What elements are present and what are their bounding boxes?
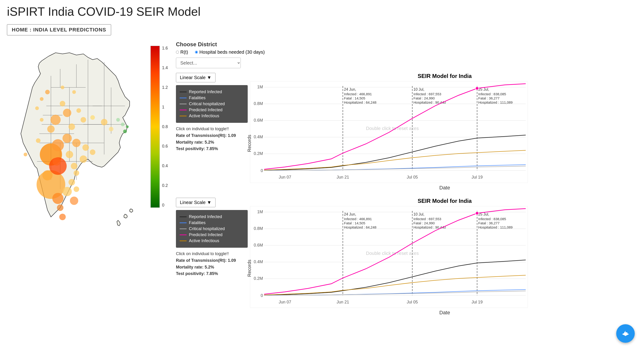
map-area	[5, 41, 148, 318]
legend-label-reported-2: Reported Infected	[189, 214, 222, 219]
map-bubble-24[interactable]	[123, 129, 127, 133]
radio-rt-text: R(t)	[180, 49, 188, 55]
map-bubble-40[interactable]	[72, 90, 76, 94]
map-bubble-14[interactable]	[63, 109, 71, 117]
svg-text:Hospitalized : 111,089: Hospitalized : 111,089	[478, 225, 512, 229]
svg-text:Hospitalized : 90,440: Hospitalized : 90,440	[414, 225, 446, 229]
map-bubble-19[interactable]	[90, 115, 95, 120]
legend-label-fatalities-1: Fatalities	[189, 95, 206, 100]
header: iSPIRT India COVID-19 SEIR Model	[0, 0, 644, 21]
radio-hospital-label[interactable]: Hospital beds needed (30 days)	[195, 49, 264, 55]
click-text-2: Click on individual to toggle!!	[176, 251, 248, 257]
svg-text:Infected : 697,553: Infected : 697,553	[414, 92, 441, 96]
scale-toggle-btn-2[interactable]: Linear Scale ▼	[176, 198, 216, 207]
legend-line-predicted-1	[180, 110, 186, 110]
map-bubble-31[interactable]	[70, 197, 78, 205]
legend-label-predicted-1: Predicted Infected	[189, 107, 222, 112]
legend-label-active-2: Active Infectious	[189, 238, 219, 243]
map-bubble-41[interactable]	[49, 157, 67, 175]
breadcrumb-button[interactable]: HOME : INDIA LEVEL PREDICTIONS	[7, 24, 111, 35]
legend-item-reported-2: Reported Infected	[180, 214, 244, 219]
chart-1-controls: Linear Scale ▼ Reported Infected Fatalit…	[176, 73, 248, 191]
radio-rt[interactable]	[176, 51, 179, 54]
map-bubble-9[interactable]	[72, 139, 80, 147]
map-bubble-32[interactable]	[57, 204, 64, 211]
rt-info-2: Rate of Transmission(Rt): 1.09	[176, 257, 248, 264]
color-scale-bar: 1.6 1.4 1.2 1 0.8 0.6 0.4 0.2 0	[148, 46, 171, 318]
map-bubble-29[interactable]	[68, 179, 75, 185]
svg-text:Jun 07: Jun 07	[279, 300, 291, 304]
map-bubble-20[interactable]	[101, 119, 108, 125]
legend-label-critical-2: Critical hospitalized	[189, 226, 225, 231]
scale-toggle-btn-1[interactable]: Linear Scale ▼	[176, 73, 216, 82]
test-info-2: Test positivity: 7.85%	[176, 270, 248, 277]
svg-text:Jun 21: Jun 21	[336, 300, 349, 304]
svg-text:Infected : 838,085: Infected : 838,085	[478, 92, 506, 96]
svg-text:0.8M: 0.8M	[254, 226, 263, 231]
district-dropdown[interactable]: Select...	[176, 58, 241, 68]
map-bubble-4[interactable]	[71, 163, 77, 169]
map-bubble-21[interactable]	[109, 127, 114, 131]
main-layout: 1.6 1.4 1.2 1 0.8 0.6 0.4 0.2 0 Choose D…	[0, 39, 644, 318]
radio-group: R(t) Hospital beds needed (30 days)	[176, 49, 639, 55]
svg-text:0: 0	[261, 293, 263, 298]
legend-item-reported-1: Reported Infected	[180, 89, 244, 94]
nav-arrows-icon: ◀▶	[621, 329, 630, 338]
map-bubble-6[interactable]	[80, 155, 87, 163]
svg-text:Hospitalized : 111,089: Hospitalized : 111,089	[478, 100, 512, 104]
svg-text:0.2M: 0.2M	[254, 276, 263, 281]
radio-hospital[interactable]	[195, 51, 198, 54]
svg-text:Jul 05: Jul 05	[407, 300, 418, 304]
map-bubble-38[interactable]	[24, 153, 27, 156]
map-bubble-37[interactable]	[36, 138, 40, 143]
legend-line-predicted-2	[180, 235, 186, 235]
legend-item-critical-1: Critical hospitalized	[180, 101, 244, 106]
map-bubble-27[interactable]	[52, 193, 64, 204]
svg-text:Fatal : 36,277: Fatal : 36,277	[478, 221, 500, 225]
map-bubble-11[interactable]	[90, 149, 95, 155]
svg-text:24 Jun,: 24 Jun,	[344, 87, 356, 91]
map-bubble-17[interactable]	[76, 108, 81, 113]
svg-text:Hospitalized : 64,248: Hospitalized : 64,248	[344, 100, 376, 104]
map-bubble-28[interactable]	[62, 187, 72, 196]
map-bubble-36[interactable]	[40, 118, 44, 122]
svg-text:Fatal : 14,505: Fatal : 14,505	[344, 96, 365, 100]
chart-x-label-2: Date	[250, 310, 639, 316]
map-bubble-42[interactable]	[59, 214, 66, 220]
svg-text:Fatal : 24,990: Fatal : 24,990	[414, 221, 435, 225]
map-bubble-35[interactable]	[35, 106, 39, 110]
radio-rt-label[interactable]: R(t)	[176, 49, 188, 55]
map-bubble-25[interactable]	[126, 125, 129, 128]
chart-y-label-1: Records	[247, 135, 252, 152]
svg-text:0.4M: 0.4M	[254, 260, 263, 264]
map-bubble-23[interactable]	[121, 123, 124, 126]
map-bubble-12[interactable]	[47, 125, 55, 133]
chart-svg-1: 1M 0.8M 0.6M 0.4M 0.2M 0	[250, 81, 528, 183]
map-bubble-16[interactable]	[60, 101, 65, 106]
map-bubble-3[interactable]	[66, 151, 73, 158]
svg-text:24 Jun,: 24 Jun,	[344, 212, 356, 216]
scale-labels: 1.6 1.4 1.2 1 0.8 0.6 0.4 0.2 0	[162, 46, 168, 208]
map-bubble-30[interactable]	[74, 186, 79, 192]
map-bubble-18[interactable]	[80, 117, 86, 123]
chart-area-2: SEIR Model for India Records 1M 0.8M 0.6…	[250, 198, 639, 316]
map-bubble-7[interactable]	[52, 139, 64, 151]
mortality-info-2: Mortality rate: 5.2%	[176, 264, 248, 271]
map-bubble-13[interactable]	[50, 115, 61, 125]
svg-text:0.6M: 0.6M	[254, 118, 263, 123]
map-bubble-10[interactable]	[82, 144, 89, 151]
map-bubble-5[interactable]	[74, 170, 79, 176]
nav-arrow-button[interactable]: ◀▶	[616, 324, 635, 343]
map-bubble-33[interactable]	[45, 90, 50, 94]
map-bubble-39[interactable]	[61, 86, 64, 89]
legend-line-active-1	[180, 116, 186, 116]
map-bubble-22[interactable]	[116, 118, 120, 122]
svg-text:Fatal : 24,990: Fatal : 24,990	[414, 96, 435, 100]
legend-item-fatalities-2: Fatalities	[180, 220, 244, 225]
svg-point-83	[476, 212, 479, 215]
svg-text:Hospitalized : 64,248: Hospitalized : 64,248	[344, 225, 376, 229]
chart-title-1: SEIR Model for India	[250, 73, 639, 79]
map-bubble-34[interactable]	[40, 97, 44, 101]
map-bubble-8[interactable]	[62, 134, 72, 143]
map-bubble-15[interactable]	[68, 123, 75, 130]
